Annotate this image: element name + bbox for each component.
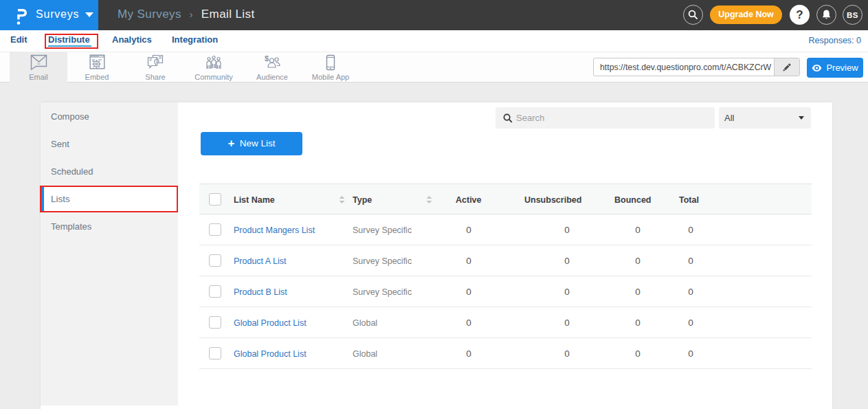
svg-text:$: $ <box>265 54 269 63</box>
